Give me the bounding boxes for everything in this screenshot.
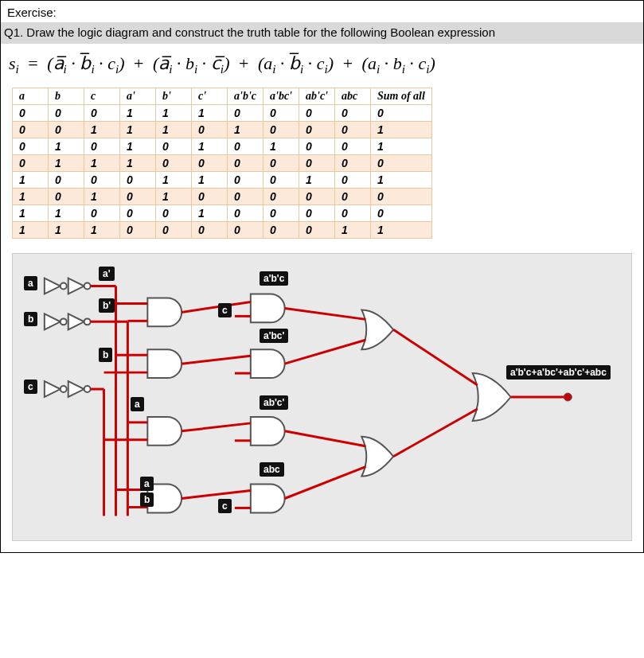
table-cell: 0 <box>49 122 84 138</box>
svg-line-32 <box>181 491 251 499</box>
table-cell: 0 <box>335 155 371 172</box>
table-row: 00111010001 <box>13 122 432 138</box>
table-cell: 1 <box>371 222 432 239</box>
table-header: a'bc' <box>263 88 299 105</box>
table-cell: 1 <box>371 172 432 189</box>
table-cell: 1 <box>156 105 192 122</box>
table-cell: 0 <box>49 105 84 122</box>
table-cell: 0 <box>13 122 49 138</box>
table-cell: 1 <box>156 189 192 205</box>
table-cell: 0 <box>156 138 192 155</box>
table-cell: 1 <box>13 222 49 239</box>
table-cell: 1 <box>84 189 120 205</box>
table-row: 11100000011 <box>13 222 432 239</box>
eq-term-3: (ai · b̅i · ci) <box>258 53 334 73</box>
table-cell: 1 <box>49 222 84 239</box>
table-header: a' <box>120 88 156 105</box>
label-b-tag: b <box>99 348 112 362</box>
table-row: 01110000000 <box>13 155 432 172</box>
table-cell: 0 <box>299 155 335 172</box>
table-row: 00011100000 <box>13 105 432 122</box>
table-header: c' <box>192 88 228 105</box>
svg-marker-6 <box>68 314 84 330</box>
table-cell: 0 <box>263 205 299 222</box>
table-cell: 0 <box>263 189 299 205</box>
and-gate <box>251 350 285 379</box>
table-cell: 1 <box>13 172 49 189</box>
svg-line-28 <box>181 356 251 364</box>
table-cell: 0 <box>263 172 299 189</box>
table-cell: 1 <box>84 122 120 138</box>
svg-marker-0 <box>45 278 60 294</box>
label-c-t4: c <box>218 499 232 513</box>
table-cell: 0 <box>228 205 263 222</box>
table-cell: 0 <box>156 155 192 172</box>
svg-marker-8 <box>45 381 60 397</box>
table-cell: 0 <box>299 105 335 122</box>
table-cell: 0 <box>371 189 432 205</box>
table-header-row: abca'b'c'a'b'ca'bc'ab'c'abcSum of all <box>13 88 432 105</box>
table-cell: 0 <box>120 172 156 189</box>
logic-diagram: a b c a' b' b a a b c c a'b'c a'bc' ab'c… <box>12 253 632 541</box>
table-cell: 0 <box>335 138 371 155</box>
document-page: Exercise: Q1. Draw the logic diagram and… <box>0 0 644 553</box>
label-term2: a'bc' <box>260 329 288 343</box>
table-cell: 0 <box>49 189 84 205</box>
eq-term-2: (a̅i · bi · c̅i) <box>153 53 230 73</box>
table-row: 10001100101 <box>13 172 432 189</box>
label-output: a'b'c+a'bc'+ab'c'+abc <box>506 365 611 380</box>
table-cell: 0 <box>263 105 299 122</box>
table-cell: 0 <box>192 222 228 239</box>
table-cell: 0 <box>228 138 263 155</box>
eq-term-1: (a̅i · b̅i · ci) <box>47 53 124 73</box>
label-input-a: a <box>24 276 37 290</box>
table-cell: 1 <box>120 105 156 122</box>
label-a-dup: a <box>140 477 154 491</box>
inverter-b <box>45 314 91 330</box>
table-header: a <box>13 88 49 105</box>
table-cell: 0 <box>299 205 335 222</box>
table-cell: 1 <box>13 205 49 222</box>
table-cell: 0 <box>192 155 228 172</box>
eq-plus-3: + <box>338 53 357 73</box>
label-b-dup: b <box>140 493 154 507</box>
table-cell: 0 <box>192 189 228 205</box>
truth-table-container: abca'b'c'a'b'ca'bc'ab'c'abcSum of all 00… <box>1 88 643 247</box>
table-cell: 0 <box>299 222 335 239</box>
table-header: b <box>49 88 84 105</box>
table-header: a'b'c <box>228 88 263 105</box>
svg-point-41 <box>564 393 572 401</box>
table-header: ab'c' <box>299 88 335 105</box>
table-cell: 0 <box>228 172 263 189</box>
inverter-c <box>45 381 91 397</box>
table-cell: 1 <box>192 205 228 222</box>
or-gate-final <box>473 374 511 422</box>
table-cell: 1 <box>49 138 84 155</box>
eq-plus-2: + <box>234 53 253 73</box>
table-cell: 0 <box>192 122 228 138</box>
boolean-equation: si = (a̅i · b̅i · ci) + (a̅i · bi · c̅i)… <box>1 44 643 88</box>
and-gate <box>251 485 285 513</box>
table-header: b' <box>156 88 192 105</box>
label-term1: a'b'c <box>260 271 288 286</box>
table-cell: 1 <box>371 122 432 138</box>
table-cell: 0 <box>228 222 263 239</box>
svg-marker-4 <box>45 314 60 330</box>
label-input-b: b <box>24 312 37 326</box>
question-text: Q1. Draw the logic diagram and construct… <box>1 22 643 44</box>
exercise-heading: Exercise: <box>1 1 643 22</box>
table-cell: 0 <box>84 138 120 155</box>
table-cell: 0 <box>371 155 432 172</box>
svg-line-36 <box>285 431 366 446</box>
table-cell: 1 <box>49 155 84 172</box>
table-cell: 1 <box>13 189 49 205</box>
svg-line-35 <box>285 341 366 364</box>
svg-line-30 <box>181 423 251 431</box>
truth-table: abca'b'c'a'b'ca'bc'ab'c'abcSum of all 00… <box>12 88 432 239</box>
inverter-a <box>45 278 91 294</box>
table-cell: 1 <box>84 155 120 172</box>
table-cell: 0 <box>228 105 263 122</box>
table-cell: 0 <box>299 122 335 138</box>
label-b-prime: b' <box>99 298 115 313</box>
eq-lhs: si <box>9 53 19 73</box>
